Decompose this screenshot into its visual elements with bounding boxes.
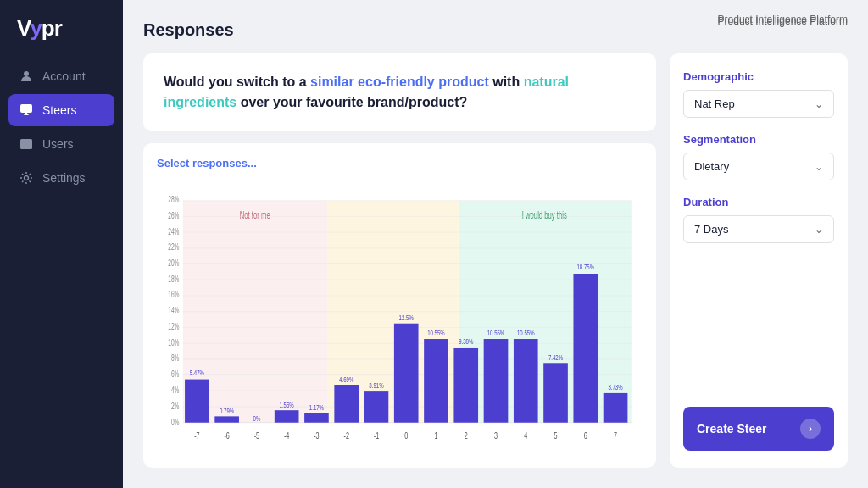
chart-container[interactable]: Not for me I would buy this 0% 2% 4% 6% [157, 176, 643, 458]
svg-text:10%: 10% [168, 337, 179, 347]
segmentation-chevron: ⌄ [815, 161, 823, 173]
duration-chevron: ⌄ [815, 224, 823, 236]
sidebar-settings-label: Settings [42, 171, 86, 185]
sidebar-item-users[interactable]: Users [8, 128, 114, 160]
svg-text:5.47%: 5.47% [190, 369, 204, 378]
top-bar-platform: Product Intelligence Platform [698, 0, 868, 39]
svg-rect-54 [424, 339, 448, 423]
svg-text:16%: 16% [168, 290, 179, 300]
svg-rect-64 [573, 274, 598, 423]
svg-text:-3: -3 [314, 430, 319, 441]
demographic-label: Demographic [683, 70, 834, 83]
svg-text:0.79%: 0.79% [220, 407, 234, 416]
duration-value: 7 Days [694, 223, 728, 236]
svg-text:-5: -5 [254, 430, 259, 441]
settings-icon [19, 170, 34, 186]
chart-svg: Not for me I would buy this 0% 2% 4% 6% [157, 176, 643, 458]
svg-text:1.56%: 1.56% [280, 400, 294, 409]
create-steer-button[interactable]: Create Steer › [683, 407, 834, 451]
svg-text:-2: -2 [344, 430, 349, 441]
create-steer-arrow-icon: › [800, 419, 821, 439]
svg-rect-62 [543, 363, 568, 422]
question-highlight1: similar eco-friendly product [310, 75, 489, 89]
svg-text:4%: 4% [171, 385, 180, 395]
right-panel: Demographic Nat Rep ⌄ Segmentation Dieta… [670, 53, 848, 468]
sidebar-item-steers[interactable]: Steers [8, 94, 114, 126]
svg-text:24%: 24% [168, 226, 179, 236]
svg-text:3.91%: 3.91% [369, 381, 383, 391]
svg-rect-39 [185, 380, 209, 423]
sidebar-item-account[interactable]: Account [8, 60, 114, 92]
account-icon [19, 69, 34, 84]
svg-text:14%: 14% [168, 305, 179, 315]
svg-text:2: 2 [465, 430, 468, 441]
svg-text:1: 1 [434, 430, 437, 441]
svg-point-3 [25, 176, 29, 180]
svg-text:1.17%: 1.17% [309, 403, 324, 413]
svg-rect-60 [514, 339, 538, 423]
svg-point-0 [24, 71, 29, 76]
duration-label: Duration [683, 196, 834, 208]
sidebar: Vypr Account Steers Users Settings [0, 0, 123, 488]
svg-text:6%: 6% [171, 369, 180, 379]
demographic-chevron: ⌄ [815, 98, 823, 110]
svg-rect-41 [214, 416, 239, 422]
svg-rect-2 [20, 139, 32, 149]
svg-text:4.69%: 4.69% [339, 375, 353, 385]
svg-text:-1: -1 [374, 430, 379, 441]
svg-text:Not for me: Not for me [240, 209, 270, 220]
demographic-filter: Demographic Nat Rep ⌄ [683, 70, 834, 118]
svg-rect-46 [304, 413, 329, 423]
demographic-select[interactable]: Nat Rep ⌄ [683, 90, 834, 118]
svg-text:22%: 22% [168, 242, 179, 252]
sidebar-steers-label: Steers [42, 103, 76, 117]
svg-text:18%: 18% [168, 274, 179, 284]
svg-rect-1 [20, 104, 32, 113]
question-card: Would you switch to a similar eco-friend… [143, 53, 656, 131]
svg-rect-50 [364, 391, 389, 423]
segmentation-label: Segmentation [683, 133, 834, 146]
svg-text:0%: 0% [253, 413, 261, 423]
svg-text:12%: 12% [168, 321, 179, 331]
main-content: Responses Would you switch to a similar … [123, 0, 868, 488]
svg-text:10.55%: 10.55% [517, 328, 535, 337]
svg-text:-6: -6 [224, 430, 229, 441]
sidebar-item-settings[interactable]: Settings [8, 162, 114, 194]
svg-text:28%: 28% [168, 194, 179, 204]
svg-text:7.42%: 7.42% [548, 353, 563, 363]
segmentation-filter: Segmentation Dietary ⌄ [683, 133, 834, 180]
duration-select[interactable]: 7 Days ⌄ [683, 215, 834, 243]
svg-rect-66 [604, 393, 628, 423]
svg-text:8%: 8% [171, 352, 180, 363]
sidebar-nav: Account Steers Users Settings [0, 60, 123, 194]
segmentation-value: Dietary [694, 160, 729, 173]
svg-text:3.73%: 3.73% [608, 383, 622, 392]
create-steer-label: Create Steer [697, 422, 767, 435]
svg-text:0%: 0% [171, 418, 180, 428]
svg-text:9.38%: 9.38% [459, 337, 473, 347]
svg-text:26%: 26% [168, 210, 179, 220]
question-suffix: over your favourite brand/product? [236, 95, 467, 109]
chart-card: Select responses... Not for me I would b… [143, 143, 656, 468]
segmentation-select[interactable]: Dietary ⌄ [683, 152, 834, 180]
question-prefix: Would you switch to a [164, 75, 310, 89]
svg-rect-58 [484, 339, 509, 423]
sidebar-users-label: Users [42, 137, 74, 151]
svg-text:6: 6 [584, 430, 587, 441]
chart-title: Select responses... [157, 157, 643, 169]
duration-filter: Duration 7 Days ⌄ [683, 196, 834, 243]
question-mid: with [489, 75, 524, 89]
svg-text:I would buy this: I would buy this [522, 209, 567, 220]
svg-rect-56 [453, 348, 478, 423]
steers-icon [19, 103, 34, 118]
demographic-value: Nat Rep [694, 97, 735, 110]
svg-text:18.75%: 18.75% [577, 263, 595, 272]
svg-rect-44 [275, 410, 299, 423]
left-panel: Would you switch to a similar eco-friend… [143, 53, 656, 468]
svg-text:10.55%: 10.55% [487, 328, 505, 337]
svg-text:-7: -7 [194, 430, 199, 441]
svg-text:0: 0 [404, 430, 408, 441]
question-text: Would you switch to a similar eco-friend… [164, 72, 636, 113]
svg-text:5: 5 [554, 430, 558, 441]
svg-text:12.5%: 12.5% [399, 313, 414, 322]
